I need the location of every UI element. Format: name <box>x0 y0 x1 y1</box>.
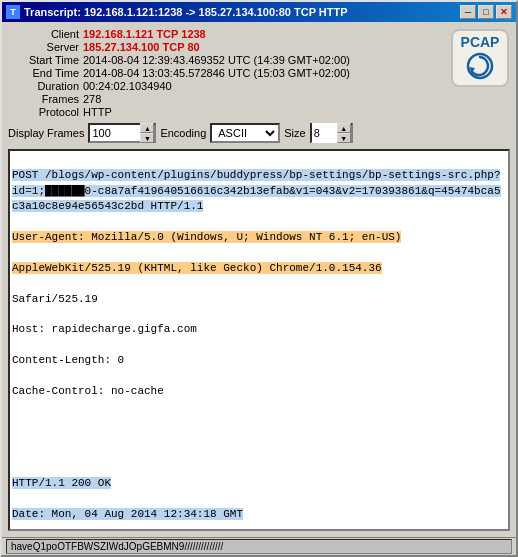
display-frames-label: Display Frames <box>8 127 84 139</box>
status-text: haveQ1poOTFBWSZIWdJOpGEBMN9/////////////… <box>6 539 512 554</box>
line-empty2 <box>12 445 506 460</box>
protocol-value: HTTP <box>83 106 112 118</box>
start-row: Start Time 2014-08-04 12:39:43.469352 UT… <box>8 54 442 66</box>
display-frames-down-button[interactable]: ▼ <box>140 133 154 143</box>
maximize-button[interactable]: □ <box>478 5 494 19</box>
duration-value: 00:24:02.1034940 <box>83 80 172 92</box>
pcap-text: PCAP <box>461 35 500 49</box>
size-input[interactable] <box>312 123 337 143</box>
end-value: 2014-08-04 13:03:45.572846 UTC (15:03 GM… <box>83 67 350 79</box>
line-date: Date: Mon, 04 Aug 2014 12:34:18 GMT <box>12 507 506 522</box>
display-frames-spinbox[interactable]: ▲ ▼ <box>88 123 156 143</box>
line-host: Host: rapidecharge.gigfa.com <box>12 322 506 337</box>
frames-value: 278 <box>83 93 101 105</box>
end-row: End Time 2014-08-04 13:03:45.572846 UTC … <box>8 67 442 79</box>
client-label: Client <box>8 28 83 40</box>
line-user-agent: User-Agent: Mozilla/5.0 (Windows, U; Win… <box>12 230 506 245</box>
pcap-icon <box>465 51 495 81</box>
size-label: Size <box>284 127 305 139</box>
encoding-select[interactable]: ASCII UTF-8 EBCDIC Hex <box>210 123 280 143</box>
display-frames-up-button[interactable]: ▲ <box>140 123 154 133</box>
info-table: Client 192.168.1.121 TCP 1238 Server 185… <box>8 28 442 119</box>
server-label: Server <box>8 41 83 53</box>
titlebar: T Transcript: 192.168.1.121:1238 -> 185.… <box>2 2 516 22</box>
start-label: Start Time <box>8 54 83 66</box>
titlebar-title: T Transcript: 192.168.1.121:1238 -> 185.… <box>6 5 348 19</box>
size-up-button[interactable]: ▲ <box>337 123 351 133</box>
end-label: End Time <box>8 67 83 79</box>
line-empty1 <box>12 415 506 430</box>
display-frames-input[interactable] <box>90 126 140 140</box>
server-value: 185.27.134.100 TCP 80 <box>83 41 200 53</box>
info-section: Client 192.168.1.121 TCP 1238 Server 185… <box>2 22 516 149</box>
statusbar: haveQ1poOTFBWSZIWdJOpGEBMN9/////////////… <box>2 537 516 555</box>
server-row: Server 185.27.134.100 TCP 80 <box>8 41 442 53</box>
titlebar-controls: ─ □ ✕ <box>460 5 512 19</box>
line-http-ok: HTTP/1.1 200 OK <box>12 476 506 491</box>
protocol-row: Protocol HTTP <box>8 106 442 118</box>
protocol-label: Protocol <box>8 106 83 118</box>
encoding-label: Encoding <box>160 127 206 139</box>
line-content-length: Content-Length: 0 <box>12 353 506 368</box>
display-frames-spin-buttons: ▲ ▼ <box>140 123 154 143</box>
client-row: Client 192.168.1.121 TCP 1238 <box>8 28 442 40</box>
client-value: 192.168.1.121 TCP 1238 <box>83 28 206 40</box>
window-icon: T <box>6 5 20 19</box>
start-value: 2014-08-04 12:39:43.469352 UTC (14:39 GM… <box>83 54 350 66</box>
frames-row: Frames 278 <box>8 93 442 105</box>
duration-row: Duration 00:24:02.1034940 <box>8 80 442 92</box>
size-spinbox[interactable]: ▲ ▼ <box>310 123 353 143</box>
toolbar: Display Frames ▲ ▼ Encoding ASCII UTF-8 … <box>8 123 510 143</box>
frames-label: Frames <box>8 93 83 105</box>
main-window: T Transcript: 192.168.1.121:1238 -> 185.… <box>0 0 518 557</box>
minimize-button[interactable]: ─ <box>460 5 476 19</box>
transcript-text: POST /blogs/wp-content/plugins/buddypres… <box>10 151 508 531</box>
size-down-button[interactable]: ▼ <box>337 133 351 143</box>
transcript-content[interactable]: POST /blogs/wp-content/plugins/buddypres… <box>8 149 510 531</box>
line-safari: Safari/525.19 <box>12 292 506 307</box>
pcap-logo: PCAP <box>450 28 510 88</box>
window-title: Transcript: 192.168.1.121:1238 -> 185.27… <box>24 6 348 18</box>
close-button[interactable]: ✕ <box>496 5 512 19</box>
line-cache-control: Cache-Control: no-cache <box>12 384 506 399</box>
line-1: POST /blogs/wp-content/plugins/buddypres… <box>12 168 506 214</box>
size-spin-buttons: ▲ ▼ <box>337 123 351 143</box>
line-webkit: AppleWebKit/525.19 (KHTML, like Gecko) C… <box>12 261 506 276</box>
duration-label: Duration <box>8 80 83 92</box>
